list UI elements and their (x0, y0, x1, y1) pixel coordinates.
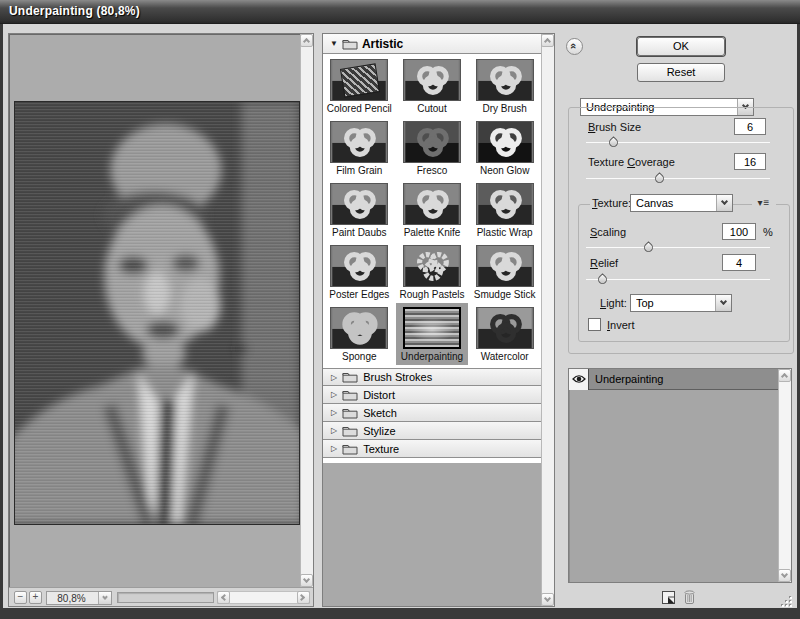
texture-select[interactable]: Canvas (630, 194, 733, 212)
folder-icon (342, 443, 358, 455)
panel-collapse-button[interactable]: « (566, 38, 583, 55)
scaling-input[interactable] (722, 223, 756, 240)
filter-thumbnail[interactable]: Palette Knife (396, 179, 469, 241)
zoom-in-button[interactable]: + (29, 591, 42, 604)
progress-bar (117, 592, 214, 603)
zoom-level-dropdown-button[interactable] (98, 592, 111, 604)
folder-icon (342, 425, 358, 437)
filter-gallery-dialog: Underpainting (80,8%) (0, 0, 800, 619)
relief-input[interactable] (722, 254, 756, 271)
chevron-up-icon (544, 38, 551, 45)
brush-size-slider[interactable] (586, 137, 770, 148)
preview-zoom-bar: − + 80,8% (9, 587, 313, 606)
filter-thumbnail-image (330, 307, 388, 349)
ok-button[interactable]: OK (637, 37, 725, 56)
scroll-down-button[interactable] (541, 593, 554, 606)
filter-thumbnail[interactable]: Dry Brush (468, 55, 541, 117)
light-select-value: Top (636, 297, 713, 309)
scroll-up-button[interactable] (778, 369, 791, 382)
preview-horizontal-scrollbar[interactable] (217, 591, 310, 604)
filter-category-row[interactable]: ▷ Sketch (323, 404, 541, 422)
chevron-down-icon (544, 595, 551, 602)
brush-size-input[interactable] (734, 118, 766, 135)
chevron-down-icon (102, 594, 108, 600)
dropdown-button[interactable] (715, 295, 731, 311)
filter-category-artistic[interactable]: ▼ Artistic (323, 34, 541, 54)
folder-icon (342, 371, 358, 383)
scaling-slider[interactable] (586, 242, 770, 253)
dialog-body: − + 80,8% ▼ Artist (3, 24, 797, 608)
slider-thumb[interactable] (653, 172, 666, 185)
zoom-out-button[interactable]: − (14, 591, 27, 604)
filter-thumbnail[interactable]: Rough Pastels (396, 241, 469, 303)
effect-layer-row[interactable]: Underpainting (569, 369, 778, 390)
scaling-label: Scaling (590, 226, 626, 238)
preview-image[interactable] (14, 101, 300, 525)
filter-thumbnail-image (330, 59, 388, 101)
relief-slider[interactable] (586, 274, 770, 285)
filter-thumbnail[interactable]: Plastic Wrap (468, 179, 541, 241)
filter-browser-scrollbar[interactable] (541, 34, 554, 606)
filter-thumbnail[interactable]: Paint Daubs (323, 179, 396, 241)
preview-canvas[interactable]: − + 80,8% (8, 33, 314, 607)
dropdown-button[interactable] (716, 195, 732, 211)
filter-thumbnail[interactable]: Film Grain (323, 117, 396, 179)
category-label: Brush Strokes (363, 371, 432, 383)
filter-thumbnail-label: Cutout (417, 103, 446, 114)
slider-track (586, 178, 770, 179)
filter-category-row[interactable]: ▷ Brush Strokes (323, 368, 541, 386)
scroll-up-button[interactable] (300, 34, 313, 47)
filter-thumbnail[interactable]: Underpainting (396, 303, 469, 365)
filter-thumbnail-label: Watercolor (481, 351, 529, 362)
texture-coverage-slider[interactable] (586, 173, 770, 184)
scroll-up-button[interactable] (541, 34, 554, 47)
filter-thumbnail[interactable]: Cutout (396, 55, 469, 117)
filter-thumbnail-image (403, 121, 461, 163)
texture-coverage-input[interactable] (734, 153, 766, 170)
chevron-down-icon (781, 571, 788, 578)
filter-thumbnail[interactable]: Watercolor (468, 303, 541, 365)
new-effect-layer-button[interactable] (661, 590, 676, 605)
zoom-level-select[interactable]: 80,8% (46, 591, 112, 605)
collapsed-triangle-icon: ▷ (331, 444, 337, 453)
resize-grip[interactable] (780, 594, 793, 607)
category-label: Artistic (362, 37, 403, 51)
slider-thumb[interactable] (607, 136, 620, 149)
layer-visibility-toggle[interactable] (569, 369, 589, 390)
filter-thumbnail[interactable]: Poster Edges (323, 241, 396, 303)
filter-thumbnail[interactable]: Fresco (396, 117, 469, 179)
scroll-down-button[interactable] (300, 574, 313, 587)
filter-thumbnail[interactable]: Colored Pencil (323, 55, 396, 117)
title-bar[interactable]: Underpainting (80,8%) (0, 0, 800, 24)
slider-thumb[interactable] (596, 273, 609, 286)
scroll-down-button[interactable] (778, 569, 791, 582)
delete-effect-layer-button[interactable] (683, 589, 696, 605)
invert-checkbox[interactable] (588, 318, 601, 331)
filter-thumbnail[interactable]: Sponge (323, 303, 396, 365)
eye-icon (572, 374, 586, 384)
chevron-down-icon (720, 298, 727, 305)
relief-label: Relief (590, 257, 618, 269)
slider-thumb[interactable] (642, 241, 655, 254)
new-layer-icon (661, 590, 676, 605)
filter-category-row[interactable]: ▷ Distort (323, 386, 541, 404)
category-label: Stylize (363, 425, 395, 437)
filter-browser-panel: ▼ Artistic Colored Pencil (322, 33, 555, 607)
filter-thumbnail-label: Smudge Stick (474, 289, 536, 300)
light-select[interactable]: Top (630, 294, 732, 312)
filter-category-row[interactable]: ▷ Texture (323, 440, 541, 458)
portrait-graphic (15, 102, 299, 524)
filter-thumbnail-label: Palette Knife (404, 227, 461, 238)
layers-scrollbar[interactable] (778, 369, 791, 582)
texture-options-menu-button[interactable]: ▾≡ (752, 196, 776, 210)
filter-category-row[interactable]: ▷ Stylize (323, 422, 541, 440)
filter-thumbnail[interactable]: Neon Glow (468, 117, 541, 179)
scroll-right-button[interactable] (297, 591, 310, 604)
scroll-left-button[interactable] (217, 591, 230, 604)
filter-thumbnail[interactable]: Smudge Stick (468, 241, 541, 303)
preview-vertical-scrollbar[interactable] (300, 34, 313, 587)
reset-button[interactable]: Reset (637, 63, 725, 82)
filter-thumbnail-image (403, 307, 461, 349)
layer-name: Underpainting (595, 373, 664, 385)
collapsed-triangle-icon: ▷ (331, 408, 337, 417)
